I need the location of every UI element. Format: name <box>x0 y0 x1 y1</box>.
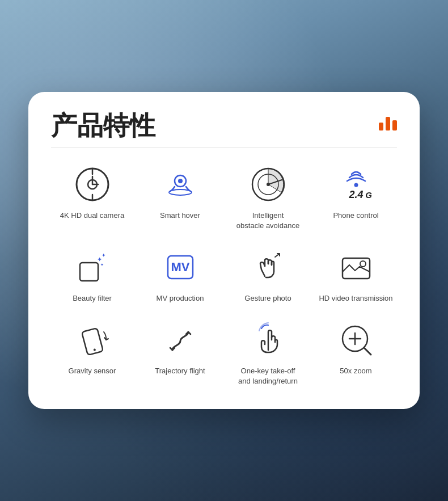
svg-point-7 <box>178 179 183 183</box>
feature-trajectory-flight: Trajectory flight <box>139 319 221 386</box>
finger-tap-icon <box>248 319 289 360</box>
feature-label: Intelligentobstacle avoidance <box>236 210 299 231</box>
feature-label: HD video transmission <box>319 293 392 304</box>
feature-label: MV production <box>157 293 204 304</box>
feature-gesture-photo: Gesture photo <box>227 247 309 304</box>
feature-label: Trajectory flight <box>155 366 205 376</box>
card-header: 产品特性 <box>51 112 397 138</box>
feature-takeoff-landing: One-key take-offand landing/return <box>227 319 309 386</box>
mv-icon: MV <box>160 247 201 288</box>
feature-label: Smart hover <box>160 210 200 221</box>
feature-label: Beauty filter <box>73 293 112 304</box>
camera-icon <box>72 164 113 205</box>
svg-text:✦: ✦ <box>102 252 106 258</box>
feature-mv-production: MV MV production <box>139 247 221 304</box>
feature-label: Phone control <box>333 210 378 221</box>
svg-text:MV: MV <box>171 260 189 274</box>
feature-label: One-key take-offand landing/return <box>238 366 298 386</box>
feature-label: 50x zoom <box>340 366 371 376</box>
svg-text:✦: ✦ <box>100 263 104 267</box>
page-title: 产品特性 <box>51 112 155 138</box>
hover-icon <box>160 164 201 205</box>
divider <box>51 148 397 148</box>
product-features-card: 产品特性 4K HD dual camera <box>28 92 420 410</box>
sparkle-box-icon: ✦ ✦ ✦ <box>72 247 113 288</box>
photo-frame-icon <box>336 247 377 288</box>
gesture-icon <box>248 247 289 288</box>
feature-hd-video: HD video transmission <box>315 247 397 304</box>
bar-chart-icon <box>379 117 397 130</box>
feature-label: 4K HD dual camera <box>60 210 124 221</box>
phone-rotate-icon <box>72 319 113 360</box>
svg-line-26 <box>364 348 371 355</box>
svg-point-8 <box>169 190 192 195</box>
feature-beauty-filter: ✦ ✦ ✦ Beauty filter <box>51 247 133 304</box>
feature-label: Gesture photo <box>244 293 291 304</box>
wifi-2g-icon: 2.4 G <box>336 164 377 205</box>
feature-phone-control: 2.4 G Phone control <box>315 164 397 231</box>
feature-smart-hover: Smart hover <box>139 164 221 231</box>
svg-rect-23 <box>82 328 103 355</box>
svg-point-24 <box>93 348 96 351</box>
feature-gravity-sensor: Gravity sensor <box>51 319 133 386</box>
svg-text:2.4: 2.4 <box>348 189 363 200</box>
radar-icon <box>248 164 289 205</box>
features-grid: 4K HD dual camera Smart hover <box>51 164 397 387</box>
svg-rect-18 <box>80 263 98 281</box>
trajectory-icon <box>160 319 201 360</box>
feature-4k-dual-camera: 4K HD dual camera <box>51 164 133 231</box>
svg-text:G: G <box>365 190 372 200</box>
svg-point-22 <box>360 261 366 267</box>
svg-point-12 <box>354 183 358 187</box>
zoom-icon <box>336 319 377 360</box>
feature-label: Gravity sensor <box>69 366 116 376</box>
feature-obstacle-avoidance: Intelligentobstacle avoidance <box>227 164 309 231</box>
feature-50x-zoom: 50x zoom <box>315 319 397 386</box>
